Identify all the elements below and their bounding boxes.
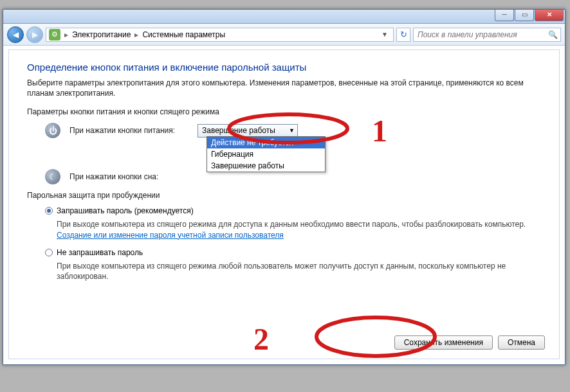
control-panel-window: ─ ▭ ✕ ⚙ ▸ Электропитание ▸ Системные пар… — [3, 9, 565, 365]
power-button-combo[interactable]: Завершение работы ▼ — [198, 124, 298, 138]
radio-no-icon[interactable] — [45, 249, 53, 256]
power-icon: ⏻ — [45, 123, 60, 138]
section-buttons-label: Параметры кнопки питания и кнопки спящег… — [27, 107, 541, 116]
annotation-number-2: 2 — [253, 322, 269, 356]
minimize-button[interactable]: ─ — [495, 10, 514, 21]
nav-forward-button[interactable] — [26, 26, 43, 43]
titlebar: ─ ▭ ✕ — [3, 10, 565, 24]
breadcrumb-system-settings[interactable]: Системные параметры — [142, 30, 225, 39]
dropdown-opt-no-action[interactable]: Действие не требуется — [207, 137, 325, 148]
footer-buttons: Сохранить изменения Отмена — [394, 335, 545, 350]
radio-require-desc-text: При выходе компьютера из спящего режима … — [57, 220, 526, 229]
power-button-row: ⏻ При нажатии кнопки питания: Завершение… — [45, 123, 541, 138]
search-icon: 🔍 — [548, 30, 558, 39]
maximize-button[interactable]: ▭ — [515, 10, 534, 21]
close-button[interactable]: ✕ — [535, 10, 564, 21]
cancel-button[interactable]: Отмена — [498, 335, 545, 350]
radio-no-desc: При выходе компьютера из спящего режима … — [57, 261, 541, 281]
power-button-label: При нажатии кнопки питания: — [69, 126, 188, 135]
power-button-dropdown[interactable]: Действие не требуется Гибернация Заверше… — [207, 136, 326, 172]
page-intro: Выберите параметры электропитания для эт… — [27, 78, 541, 98]
breadcrumb-power[interactable]: Электропитание — [72, 30, 131, 39]
create-password-link[interactable]: Создание или изменение пароля учетной за… — [57, 231, 284, 240]
control-panel-icon: ⚙ — [49, 29, 60, 40]
dropdown-opt-shutdown[interactable]: Завершение работы — [207, 160, 325, 172]
breadcrumb[interactable]: ⚙ ▸ Электропитание ▸ Системные параметры… — [46, 28, 394, 42]
breadcrumb-dropdown-icon[interactable]: ▼ — [379, 31, 391, 38]
radio-require-desc: При выходе компьютера из спящего режима … — [57, 219, 541, 240]
chevron-right-icon: ▸ — [64, 30, 68, 39]
radio-require-label: Запрашивать пароль (рекомендуется) — [57, 206, 194, 215]
radio-require-password[interactable]: Запрашивать пароль (рекомендуется) — [45, 206, 541, 215]
navbar: ⚙ ▸ Электропитание ▸ Системные параметры… — [3, 24, 565, 46]
dropdown-opt-hibernate[interactable]: Гибернация — [207, 148, 325, 160]
radio-no-label: Не запрашивать пароль — [57, 248, 143, 257]
chevron-right-icon: ▸ — [134, 30, 138, 39]
search-input[interactable] — [416, 30, 538, 40]
chevron-down-icon: ▼ — [289, 127, 295, 134]
section-password-label: Парольная защита при пробуждении — [27, 191, 541, 200]
search-box[interactable]: 🔍 — [413, 28, 561, 42]
sleep-icon: ☾ — [45, 169, 60, 184]
content-pane: Определение кнопок питания и включение п… — [8, 49, 560, 359]
sleep-button-label: При нажатии кнопки сна: — [69, 172, 188, 181]
power-combo-value: Завершение работы — [202, 126, 275, 135]
nav-back-button[interactable] — [7, 26, 24, 43]
page-title: Определение кнопок питания и включение п… — [27, 62, 541, 73]
radio-no-password[interactable]: Не запрашивать пароль — [45, 248, 541, 257]
refresh-button[interactable]: ↻ — [396, 28, 410, 42]
radio-require-icon[interactable] — [45, 207, 53, 215]
save-button[interactable]: Сохранить изменения — [394, 335, 493, 350]
